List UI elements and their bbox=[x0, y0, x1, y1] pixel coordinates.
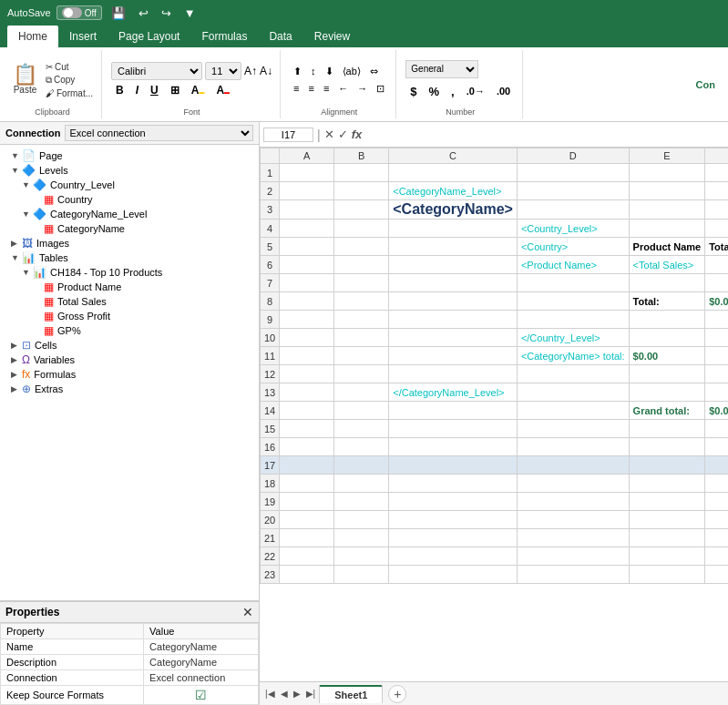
tree-item-categoryname-level[interactable]: ▼ 🔷 CategoryName_Level bbox=[0, 207, 259, 221]
align-middle-button[interactable]: ↕ bbox=[307, 64, 320, 79]
country-level-close[interactable]: </Country_Level> bbox=[517, 329, 629, 347]
tree-item-variables[interactable]: ▶ Ω Variables bbox=[0, 352, 259, 367]
cancel-formula-icon[interactable]: ✕ bbox=[324, 128, 334, 141]
sheet-nav-next[interactable]: ▶ bbox=[292, 687, 302, 700]
tree-item-gross-profit[interactable]: ▦ Gross Profit bbox=[0, 309, 259, 323]
copy-button[interactable]: ⧉ Copy bbox=[43, 74, 96, 87]
sheet-tab-sheet1[interactable]: Sheet1 bbox=[319, 685, 383, 703]
prop-name-value[interactable]: CategoryName bbox=[144, 639, 259, 655]
align-right-button[interactable]: ≡ bbox=[320, 81, 333, 97]
country-tag[interactable]: <Country> bbox=[517, 238, 629, 256]
align-left-button[interactable]: ≡ bbox=[290, 81, 302, 97]
tree-item-total-sales[interactable]: ▦ Total Sales bbox=[0, 294, 259, 309]
tab-review[interactable]: Review bbox=[303, 26, 361, 47]
country-level-open[interactable]: <Country_Level> bbox=[517, 220, 629, 238]
properties-close-button[interactable]: ✕ bbox=[242, 605, 253, 619]
tree-item-country-level[interactable]: ▼ 🔷 Country_Level bbox=[0, 178, 259, 192]
tab-page-layout[interactable]: Page Layout bbox=[108, 26, 190, 47]
sheet-nav-last[interactable]: ▶| bbox=[304, 687, 318, 700]
table-row: 22 bbox=[261, 547, 729, 566]
col-header-a[interactable]: A bbox=[280, 148, 334, 164]
insert-function-icon[interactable]: fx bbox=[352, 128, 363, 141]
redo-icon[interactable]: ↪ bbox=[158, 5, 175, 22]
col-header-d[interactable]: D bbox=[517, 148, 629, 164]
align-center-button[interactable]: ≡ bbox=[304, 81, 317, 97]
font-family-select[interactable]: Calibri bbox=[111, 62, 202, 80]
cat-name-level-open[interactable]: <CategoryName_Level> bbox=[389, 182, 518, 200]
font-size-select[interactable]: 11 bbox=[205, 62, 241, 80]
cell-reference-input[interactable]: I17 bbox=[263, 128, 313, 142]
cat-name-level-close[interactable]: </CategoryName_Level> bbox=[389, 383, 518, 402]
keep-source-checkbox[interactable]: ☑ bbox=[195, 688, 207, 702]
tree-item-extras[interactable]: ▶ ⊕ Extras bbox=[0, 382, 259, 396]
undo-icon[interactable]: ↩ bbox=[135, 5, 152, 22]
formula-input[interactable] bbox=[365, 128, 728, 141]
sheet-nav-first[interactable]: |◀ bbox=[263, 687, 277, 700]
decrease-indent-button[interactable]: ← bbox=[334, 81, 352, 97]
decrease-decimal-button[interactable]: .0→ bbox=[462, 84, 489, 98]
tree-item-ch184[interactable]: ▼ 📊 CH184 - Top 10 Products bbox=[0, 265, 259, 280]
add-sheet-button[interactable]: + bbox=[388, 685, 406, 703]
col-header-c[interactable]: C bbox=[389, 148, 518, 164]
comma-button[interactable]: , bbox=[446, 83, 459, 100]
total-sales-tag[interactable]: <Total Sales> bbox=[629, 256, 705, 274]
col-header-f[interactable]: F bbox=[705, 148, 728, 164]
grid-container[interactable]: A B C D E F 1 2 bbox=[260, 148, 728, 681]
align-top-button[interactable]: ⬆ bbox=[290, 64, 305, 79]
prop-conn-value[interactable]: Excel connection bbox=[144, 670, 259, 686]
cat-name-total[interactable]: <CategoryName> total: bbox=[517, 347, 629, 365]
formulas-icon: fx bbox=[22, 368, 30, 381]
cat-level-icon: 🔷 bbox=[33, 208, 46, 220]
cut-button[interactable]: ✂ Cut bbox=[43, 61, 96, 73]
merge-center-button[interactable]: ⊡ bbox=[373, 81, 388, 97]
save-icon[interactable]: 💾 bbox=[108, 5, 129, 22]
levels-icon: 🔷 bbox=[22, 164, 36, 177]
col-header-b[interactable]: B bbox=[334, 148, 389, 164]
tree-item-page[interactable]: ▼ 📄 Page bbox=[0, 148, 259, 163]
sheet-nav-prev[interactable]: ◀ bbox=[279, 687, 290, 700]
tree-item-gp-pct[interactable]: ▦ GP% bbox=[0, 323, 259, 338]
tree-item-cells[interactable]: ▶ ⊡ Cells bbox=[0, 338, 259, 352]
tree-item-levels[interactable]: ▼ 🔷 Levels bbox=[0, 163, 259, 178]
increase-decimal-button[interactable]: .00 bbox=[492, 84, 515, 98]
tab-insert[interactable]: Insert bbox=[58, 26, 108, 47]
increase-indent-button[interactable]: → bbox=[354, 81, 371, 97]
currency-button[interactable]: $ bbox=[405, 83, 421, 100]
tree-item-country[interactable]: ▦ Country bbox=[0, 192, 259, 207]
connection-select[interactable]: Excel connection bbox=[65, 125, 254, 141]
enter-formula-icon[interactable]: ✓ bbox=[338, 128, 348, 141]
tree-item-images[interactable]: ▶ 🖼 Images bbox=[0, 236, 259, 250]
prop-keep-source-value[interactable]: ☑ bbox=[144, 686, 259, 705]
italic-button[interactable]: I bbox=[131, 82, 143, 98]
font-color-button[interactable]: A▬ bbox=[211, 82, 234, 98]
tab-home[interactable]: Home bbox=[7, 26, 58, 47]
fill-color-button[interactable]: A▬ bbox=[187, 82, 210, 98]
align-bottom-button[interactable]: ⬇ bbox=[322, 64, 337, 79]
bold-button[interactable]: B bbox=[111, 82, 128, 98]
autosave-toggle[interactable]: Off bbox=[56, 5, 102, 20]
col-header-e[interactable]: E bbox=[629, 148, 705, 164]
tree-item-formulas[interactable]: ▶ fx Formulas bbox=[0, 367, 259, 382]
decrease-font-icon[interactable]: A↓ bbox=[260, 65, 272, 77]
product-name-tag[interactable]: <Product Name> bbox=[517, 256, 629, 274]
tree-arrow-tables: ▼ bbox=[11, 253, 20, 262]
number-format-select[interactable]: General bbox=[405, 60, 478, 78]
tree-item-product-name[interactable]: ▦ Product Name bbox=[0, 280, 259, 294]
underline-button[interactable]: U bbox=[146, 82, 163, 98]
wrap-text-button[interactable]: ⇔ bbox=[366, 64, 382, 79]
prop-desc-value[interactable]: CategoryName bbox=[144, 655, 259, 670]
tab-formulas[interactable]: Formulas bbox=[190, 26, 258, 47]
paste-button[interactable]: 📋 Paste bbox=[9, 63, 41, 97]
increase-font-icon[interactable]: A↑ bbox=[244, 65, 257, 77]
quick-access-icon[interactable]: ▼ bbox=[180, 5, 200, 22]
tree-item-categoryname[interactable]: ▦ CategoryName bbox=[0, 221, 259, 236]
table-row: 9 bbox=[261, 311, 729, 329]
percent-button[interactable]: % bbox=[425, 83, 445, 100]
tree-item-tables[interactable]: ▼ 📊 Tables bbox=[0, 250, 259, 265]
text-angle-button[interactable]: ⟨ab⟩ bbox=[339, 64, 364, 79]
format-painter-button[interactable]: 🖌 Format... bbox=[43, 87, 96, 99]
tree-label-formulas: Formulas bbox=[34, 369, 76, 380]
tab-data[interactable]: Data bbox=[258, 26, 302, 47]
tree-arrow-country-level: ▼ bbox=[22, 180, 31, 189]
border-button[interactable]: ⊞ bbox=[166, 82, 184, 98]
